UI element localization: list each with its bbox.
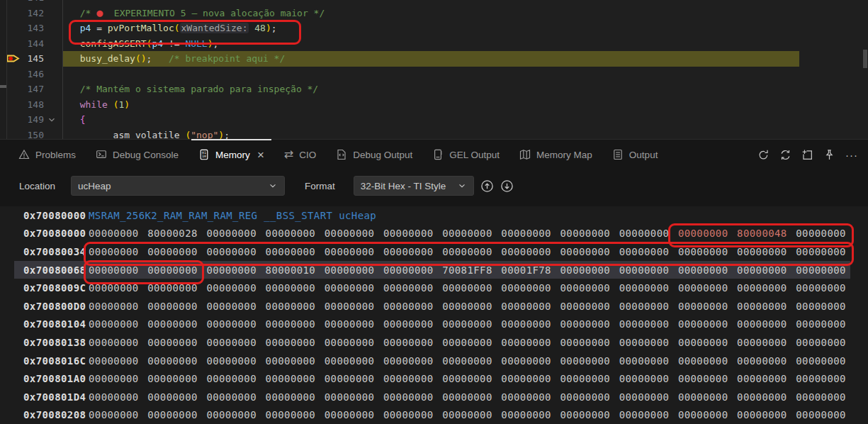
memory-cell[interactable]: 00000000 — [560, 264, 619, 276]
memory-cell[interactable]: 00000000 — [737, 246, 796, 257]
line-number[interactable]: 142 — [7, 8, 44, 18]
line-number[interactable]: 147 — [7, 84, 44, 94]
memory-cell[interactable]: 00000000 — [619, 391, 678, 403]
tab-memory-map[interactable]: Memory Map — [509, 140, 602, 169]
arrow-circle-up-icon[interactable] — [480, 179, 494, 193]
memory-cell[interactable]: 00000000 — [737, 409, 796, 420]
memory-cell[interactable]: 00000000 — [796, 337, 855, 348]
editor-gutter[interactable]: 144 — [0, 36, 63, 52]
memory-cell[interactable]: 00000000 — [147, 246, 206, 257]
memory-cell[interactable]: 00000000 — [796, 301, 855, 312]
more-actions-icon[interactable]: ··· — [845, 150, 858, 160]
memory-cell[interactable]: 00000000 — [89, 246, 147, 257]
memory-cell[interactable]: 00000000 — [737, 282, 796, 294]
memory-cell[interactable]: 00000000 — [266, 391, 325, 403]
memory-cell[interactable]: 00000000 — [678, 318, 737, 330]
memory-cell[interactable]: 00000000 — [560, 409, 619, 420]
memory-cell[interactable]: 00000000 — [560, 301, 619, 312]
memory-cell[interactable]: 00000000 — [325, 391, 383, 403]
memory-cell[interactable]: 00000000 — [147, 282, 206, 294]
memory-cell[interactable]: 00000000 — [501, 301, 560, 312]
breakpoint-arrow-icon[interactable] — [6, 53, 20, 66]
line-number[interactable]: 146 — [7, 69, 44, 79]
memory-cell[interactable]: 00000000 — [266, 409, 325, 420]
memory-cell[interactable]: 00000000 — [266, 282, 325, 294]
editor-gutter[interactable]: 150 — [0, 128, 63, 140]
memory-cell[interactable]: 00000000 — [147, 318, 206, 330]
memory-cell[interactable]: 00001F78 — [501, 264, 560, 276]
memory-cell[interactable]: 00000000 — [442, 373, 501, 384]
memory-cell[interactable]: 00000000 — [619, 373, 678, 384]
editor-gutter[interactable]: 141 — [0, 0, 63, 6]
tab-debug-output[interactable]: Debug Output — [326, 140, 422, 169]
memory-cell[interactable]: 00000000 — [678, 337, 737, 348]
memory-cell[interactable]: 00000000 — [501, 228, 560, 239]
memory-cell[interactable]: 00000000 — [383, 228, 442, 239]
memory-cell[interactable]: 00000000 — [737, 391, 796, 403]
memory-cell[interactable]: 00000000 — [678, 301, 737, 312]
memory-cell[interactable]: 00000000 — [206, 228, 265, 239]
split-pane-icon[interactable] — [801, 149, 813, 161]
memory-cell[interactable]: 00000000 — [737, 373, 796, 384]
format-select[interactable]: 32-Bit Hex - TI Style — [354, 176, 474, 196]
memory-cell[interactable]: 00000000 — [560, 282, 619, 294]
memory-cell[interactable]: 00000000 — [147, 301, 206, 312]
memory-cell[interactable]: 00000000 — [266, 301, 325, 312]
memory-cell[interactable]: 00000000 — [619, 282, 678, 294]
tab-gel-output[interactable]: GEL Output — [422, 140, 509, 169]
memory-cell[interactable]: 00000000 — [678, 282, 737, 294]
memory-cell[interactable]: 00000000 — [678, 264, 737, 276]
memory-cell[interactable]: 00000000 — [619, 355, 678, 367]
memory-cell[interactable]: 00000000 — [89, 391, 147, 403]
memory-cell[interactable]: 00000000 — [560, 373, 619, 384]
memory-cell[interactable]: 00000000 — [619, 246, 678, 257]
memory-cell[interactable]: 00000000 — [266, 373, 325, 384]
tab-cio[interactable]: ⇄CIO — [274, 140, 326, 169]
tab-memory[interactable]: 0110Memory× — [188, 140, 274, 169]
memory-cell[interactable]: 00000000 — [501, 318, 560, 330]
memory-cell[interactable]: 00000000 — [501, 391, 560, 403]
memory-cell[interactable]: 00000000 — [678, 228, 737, 239]
memory-cell[interactable]: 00000000 — [678, 409, 737, 420]
memory-cell[interactable]: 00000000 — [147, 391, 206, 403]
memory-cell[interactable]: 00000000 — [206, 264, 265, 276]
memory-cell[interactable]: 00000000 — [383, 301, 442, 312]
memory-cell[interactable]: 00000000 — [325, 246, 383, 257]
editor-gutter[interactable]: 146 — [0, 67, 63, 82]
memory-cell[interactable]: 00000000 — [678, 355, 737, 367]
memory-cell[interactable]: 00000000 — [442, 301, 501, 312]
memory-cell[interactable]: 80000010 — [266, 264, 325, 276]
tab-output[interactable]: Output — [602, 140, 668, 169]
memory-cell[interactable]: 00000000 — [325, 301, 383, 312]
memory-cell[interactable]: 80000048 — [737, 228, 796, 239]
memory-cell[interactable]: 00000000 — [383, 318, 442, 330]
memory-cell[interactable]: 00000000 — [619, 264, 678, 276]
memory-cell[interactable]: 00000000 — [619, 409, 678, 420]
memory-cell[interactable]: 00000000 — [737, 301, 796, 312]
location-select[interactable]: ucHeap — [71, 176, 285, 196]
memory-cell[interactable]: 00000000 — [560, 337, 619, 348]
memory-cell[interactable]: 00000000 — [442, 337, 501, 348]
refresh-icon[interactable] — [757, 149, 770, 161]
memory-cell[interactable]: 00000000 — [147, 355, 206, 367]
editor-gutter[interactable]: 147 — [0, 82, 63, 97]
memory-cell[interactable]: 00000000 — [147, 409, 206, 420]
memory-cell[interactable]: 00000000 — [147, 337, 206, 348]
memory-cell[interactable]: 00000000 — [206, 282, 265, 294]
memory-cell[interactable]: 00000000 — [737, 318, 796, 330]
memory-cell[interactable]: 00000000 — [737, 337, 796, 348]
line-number[interactable]: 143 — [7, 23, 44, 33]
memory-cell[interactable]: 00000000 — [501, 409, 560, 420]
memory-cell[interactable]: 00000000 — [442, 246, 501, 257]
memory-cell[interactable]: 00000000 — [89, 318, 147, 330]
memory-cell[interactable]: 00000000 — [266, 318, 325, 330]
memory-cell[interactable]: 00000000 — [501, 282, 560, 294]
memory-cell[interactable]: 00000000 — [206, 409, 265, 420]
memory-cell[interactable]: 00000000 — [619, 337, 678, 348]
memory-cell[interactable]: 00000000 — [560, 246, 619, 257]
memory-cell[interactable]: 00000000 — [501, 355, 560, 367]
editor-scrollbar[interactable] — [863, 50, 867, 68]
memory-cell[interactable]: 00000000 — [147, 373, 206, 384]
memory-cell[interactable]: 00000000 — [796, 355, 855, 367]
memory-cell[interactable]: 00000000 — [206, 355, 265, 367]
